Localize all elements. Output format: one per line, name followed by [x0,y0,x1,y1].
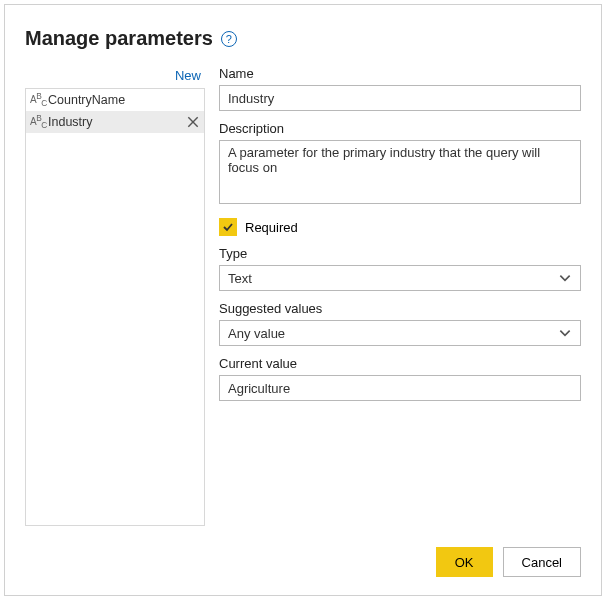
description-label: Description [219,121,581,136]
new-row: New [25,66,205,88]
text-type-icon: ABC [30,91,48,108]
suggested-value: Any value [228,326,285,341]
right-pane: Name Description Required Type Text Sugg… [219,66,581,526]
type-select[interactable]: Text [219,265,581,291]
parameter-label: Industry [48,115,186,129]
type-label: Type [219,246,581,261]
current-label: Current value [219,356,581,371]
ok-button[interactable]: OK [436,547,493,577]
dialog-body: New ABC CountryName ABC Industry Name [25,66,581,526]
suggested-select[interactable]: Any value [219,320,581,346]
close-icon[interactable] [186,115,200,129]
current-value-input[interactable] [219,375,581,401]
name-input[interactable] [219,85,581,111]
text-type-icon: ABC [30,113,48,130]
dialog-title: Manage parameters [25,27,213,50]
left-pane: New ABC CountryName ABC Industry [25,66,205,526]
required-checkbox[interactable] [219,218,237,236]
description-input[interactable] [219,140,581,204]
chevron-down-icon [558,326,572,340]
parameter-label: CountryName [48,93,200,107]
help-icon[interactable]: ? [221,31,237,47]
dialog-footer: OK Cancel [436,547,581,577]
suggested-label: Suggested values [219,301,581,316]
required-row: Required [219,218,581,236]
parameter-list: ABC CountryName ABC Industry [25,88,205,526]
name-label: Name [219,66,581,81]
title-row: Manage parameters ? [25,27,581,50]
required-label: Required [245,220,298,235]
dialog-frame: Manage parameters ? New ABC CountryName … [4,4,602,596]
chevron-down-icon [558,271,572,285]
parameter-item-countryname[interactable]: ABC CountryName [26,89,204,111]
type-value: Text [228,271,252,286]
parameter-item-industry[interactable]: ABC Industry [26,111,204,133]
cancel-button[interactable]: Cancel [503,547,581,577]
new-parameter-link[interactable]: New [175,68,201,83]
